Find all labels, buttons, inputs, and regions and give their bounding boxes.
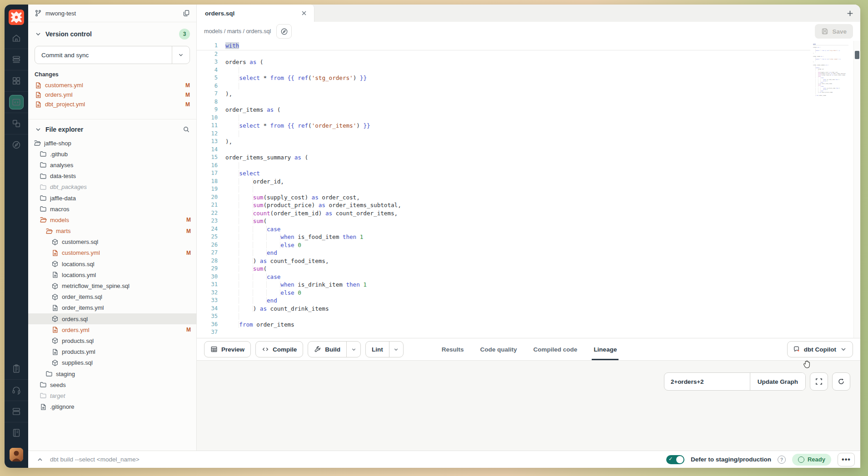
- tree-item-jaffle-shop[interactable]: jaffle-shop: [28, 138, 196, 149]
- code-line-32[interactable]: 32 else 0: [197, 289, 810, 297]
- rail-item-deploy[interactable]: [5, 49, 28, 70]
- code-line-8[interactable]: 8: [197, 98, 810, 106]
- tree-item-.github[interactable]: .github: [28, 149, 196, 159]
- tree-item-order_items.sql[interactable]: order_items.sql: [28, 292, 196, 302]
- tree-item-order_items.yml[interactable]: order_items.yml: [28, 302, 196, 313]
- code-line-13[interactable]: 13),: [197, 138, 810, 146]
- tree-item-target[interactable]: target: [28, 390, 196, 401]
- lineage-filter-input[interactable]: [664, 373, 750, 390]
- chevron-up-icon[interactable]: [36, 456, 44, 463]
- rail-item-catalog[interactable]: [5, 401, 28, 422]
- rail-item-clipboard[interactable]: [5, 358, 28, 379]
- tab-orders-sql[interactable]: orders.sql: [197, 5, 314, 22]
- rail-item-home[interactable]: [5, 28, 28, 49]
- tree-item-customers.yml[interactable]: customers.ymlM: [28, 248, 196, 258]
- code-line-14[interactable]: 14: [197, 146, 810, 154]
- dbt-logo[interactable]: [9, 10, 24, 25]
- tree-item-locations.sql[interactable]: locations.sql: [28, 258, 196, 269]
- code-line-30[interactable]: 30 case: [197, 273, 810, 281]
- code-editor[interactable]: 1with23orders as (4 5 select * from {{ r…: [197, 41, 860, 338]
- rail-item-develop[interactable]: [5, 91, 28, 113]
- code-line-31[interactable]: 31 when is_drink_item then 1: [197, 281, 810, 289]
- editor-scrollbar[interactable]: [853, 41, 860, 338]
- help-icon[interactable]: ?: [778, 456, 786, 464]
- code-line-37[interactable]: 37: [197, 328, 810, 337]
- rail-item-branch-compare[interactable]: [5, 113, 28, 134]
- code-line-36[interactable]: 36 from order_items: [197, 321, 810, 329]
- rail-item-headset[interactable]: [5, 379, 28, 401]
- code-line-27[interactable]: 27 end: [197, 249, 810, 257]
- build-button[interactable]: Build: [308, 341, 361, 357]
- code-line-37[interactable]: [813, 96, 848, 98]
- code-line-5[interactable]: 5 select * from {{ ref('stg_orders') }}: [197, 74, 810, 82]
- rail-item-grid[interactable]: [5, 70, 28, 91]
- tree-item-models[interactable]: modelsM: [28, 214, 196, 225]
- code-line-24[interactable]: 24 case: [197, 225, 810, 233]
- tree-item-.gitignore[interactable]: .gitignore: [28, 402, 196, 412]
- dbt-copilot-button[interactable]: dbt Copilot: [787, 341, 853, 357]
- code-line-18[interactable]: 18 order_id,: [197, 178, 810, 186]
- tree-item-analyses[interactable]: analyses: [28, 159, 196, 170]
- fullscreen-icon[interactable]: [810, 372, 828, 391]
- code-line-7[interactable]: 7),: [197, 90, 810, 98]
- code-line-9[interactable]: 9order_items as (: [197, 106, 810, 114]
- tree-item-customers.sql[interactable]: customers.sql: [28, 237, 196, 248]
- tree-item-locations.yml[interactable]: locations.yml: [28, 269, 196, 280]
- tree-item-marts[interactable]: martsM: [28, 226, 196, 237]
- defer-toggle[interactable]: ✓: [666, 455, 684, 464]
- code-line-11[interactable]: 11 select * from {{ ref('order_items') }…: [197, 122, 810, 130]
- copy-icon[interactable]: [183, 10, 190, 17]
- version-control-header[interactable]: Version control 3: [28, 22, 196, 40]
- more-options-button[interactable]: •••: [838, 453, 855, 466]
- tab-code-quality[interactable]: Code quality: [480, 338, 517, 360]
- code-line-35[interactable]: 35: [197, 312, 810, 321]
- lint-button[interactable]: Lint: [365, 341, 404, 357]
- tree-item-seeds[interactable]: seeds: [28, 379, 196, 390]
- command-input[interactable]: dbt build --select <model_name>: [50, 456, 660, 463]
- rail-item-notebook[interactable]: [5, 422, 28, 443]
- tree-item-products.yml[interactable]: products.yml: [28, 347, 196, 357]
- code-line-4[interactable]: 4: [197, 66, 810, 74]
- code-line-3[interactable]: 3orders as (: [197, 58, 810, 66]
- code-line-2[interactable]: 2: [197, 50, 810, 59]
- code-line-16[interactable]: 16: [197, 162, 810, 170]
- tree-item-dbt_packages[interactable]: dbt_packages: [28, 182, 196, 193]
- user-avatar[interactable]: [10, 448, 23, 461]
- build-dropdown[interactable]: [346, 342, 360, 357]
- code-line-20[interactable]: 20 sum(supply_cost) as order_cost,: [197, 193, 810, 202]
- branch-name[interactable]: mwong-test: [45, 10, 179, 17]
- tree-item-staging[interactable]: staging: [28, 368, 196, 379]
- update-graph-button[interactable]: Update Graph: [750, 373, 805, 390]
- tree-item-macros[interactable]: macros: [28, 203, 196, 214]
- code-line-33[interactable]: 33 end: [197, 297, 810, 305]
- code-line-22[interactable]: 22 count(order_item_id) as count_order_i…: [197, 209, 810, 218]
- code-line-12[interactable]: 12: [197, 130, 810, 138]
- tab-compiled-code[interactable]: Compiled code: [534, 338, 578, 360]
- tree-item-jaffle-data[interactable]: jaffle-data: [28, 193, 196, 203]
- tree-item-products.sql[interactable]: products.sql: [28, 335, 196, 346]
- tree-item-metricflow_time_spine.sql[interactable]: metricflow_time_spine.sql: [28, 280, 196, 291]
- search-icon[interactable]: [183, 126, 190, 133]
- commit-and-sync-button[interactable]: Commit and sync: [35, 46, 190, 64]
- code-line-34[interactable]: 34 ) as count_drink_items: [197, 305, 810, 313]
- compass-icon[interactable]: [276, 24, 292, 39]
- compile-button[interactable]: Compile: [255, 341, 303, 357]
- changed-file-dbt_project.yml[interactable]: dbt_project.ymlM: [28, 99, 196, 109]
- code-line-17[interactable]: 17 select: [197, 169, 810, 178]
- tree-item-orders.yml[interactable]: orders.ymlM: [28, 324, 196, 335]
- preview-button[interactable]: Preview: [204, 341, 251, 357]
- file-explorer-header[interactable]: File explorer: [28, 119, 196, 134]
- changed-file-orders.yml[interactable]: orders.ymlM: [28, 90, 196, 99]
- code-line-25[interactable]: 25 when is_food_item then 1: [197, 233, 810, 241]
- code-line-6[interactable]: 6: [197, 82, 810, 90]
- code-line-26[interactable]: 26 else 0: [197, 241, 810, 249]
- code-line-10[interactable]: 10: [197, 114, 810, 122]
- code-line-23[interactable]: 23 sum(: [197, 217, 810, 225]
- tree-item-data-tests[interactable]: data-tests: [28, 171, 196, 182]
- code-line-19[interactable]: 19: [197, 185, 810, 193]
- lint-dropdown[interactable]: [389, 342, 403, 357]
- tree-item-orders.sql[interactable]: orders.sql: [28, 313, 196, 324]
- code-line-28[interactable]: 28 ) as count_food_items,: [197, 257, 810, 265]
- code-line-1[interactable]: 1with: [197, 42, 810, 50]
- refresh-icon[interactable]: [832, 372, 850, 391]
